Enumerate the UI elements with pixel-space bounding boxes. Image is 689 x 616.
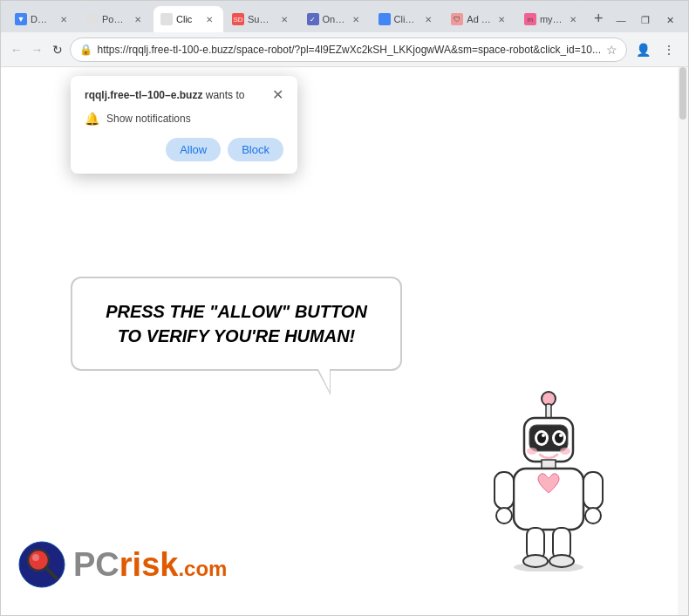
security-icon: 🔒 (79, 44, 92, 56)
back-button[interactable]: ← (8, 38, 25, 62)
refresh-button[interactable]: ↻ (49, 38, 66, 62)
tab-6[interactable]: Click "A... ✕ (372, 6, 443, 32)
tab-8-close[interactable]: ✕ (566, 12, 580, 26)
notification-wants-to: wants to (206, 89, 245, 101)
page-content: rqqlj.free–tl–100–e.buzz wants to ✕ 🔔 Sh… (1, 67, 688, 615)
tab-1-close[interactable]: ✕ (57, 12, 71, 26)
tab-1-label: DOWN! (31, 14, 53, 24)
minimize-button[interactable]: — (610, 11, 632, 29)
menu-icon[interactable]: ⋮ (657, 38, 681, 62)
pcrisk-logo: PCrisk.com (18, 541, 227, 589)
pcrisk-logo-icon (18, 541, 66, 589)
svg-point-10 (559, 434, 563, 437)
tab-7-favicon: 🛡 (451, 13, 463, 25)
tab-4-label: Sugar D... (248, 14, 274, 24)
tab-3[interactable]: Clic ✕ (153, 6, 223, 32)
tab-1-favicon: ▼ (15, 13, 27, 25)
forward-button[interactable]: → (29, 38, 46, 62)
bookmark-star-icon[interactable]: ☆ (606, 43, 617, 57)
notification-title: rqqlj.free–tl–100–e.buzz wants to (85, 88, 244, 103)
tab-5-favicon: ✓ (307, 13, 319, 25)
close-button[interactable]: ✕ (658, 11, 681, 29)
window-controls: — ❐ ✕ (610, 11, 681, 29)
speech-bubble-container: PRESS THE "ALLOW" BUTTON TO VERIFY YOU'R… (71, 277, 402, 371)
tab-7-close[interactable]: ✕ (495, 12, 508, 26)
pcrisk-pc-text: PC (73, 546, 119, 583)
pcrisk-brand-text: PCrisk.com (73, 546, 227, 584)
tab-3-favicon (160, 13, 173, 25)
tab-7-label: Ad Bloc... (467, 14, 491, 24)
tab-4-close[interactable]: ✕ (277, 12, 291, 26)
svg-point-20 (523, 555, 548, 567)
tab-3-close[interactable]: ✕ (202, 12, 216, 26)
svg-point-9 (542, 434, 545, 437)
speech-bubble-text: PRESS THE "ALLOW" BUTTON TO VERIFY YOU'R… (99, 299, 374, 348)
tab-5-label: OneTa... (323, 14, 345, 24)
toolbar-icons: 👤 ⋮ (631, 38, 681, 62)
profile-icon[interactable]: 👤 (631, 38, 655, 62)
notification-popup: rqqlj.free–tl–100–e.buzz wants to ✕ 🔔 Sh… (71, 76, 297, 174)
svg-rect-17 (583, 472, 603, 509)
tab-5-close[interactable]: ✕ (349, 12, 363, 26)
tab-5[interactable]: ✓ OneTa... ✕ (300, 6, 370, 32)
tab-7[interactable]: 🛡 Ad Bloc... ✕ (444, 6, 515, 32)
tab-2-favicon (86, 13, 99, 25)
url-text: https://rqqlj.free-tl-100-e.buzz/space-r… (98, 44, 602, 56)
notification-buttons: Allow Block (85, 138, 283, 161)
svg-point-26 (32, 554, 39, 561)
svg-rect-13 (542, 460, 556, 469)
tab-2[interactable]: Power F... ✕ (79, 6, 152, 32)
tab-1[interactable]: ▼ DOWN! ✕ (8, 6, 78, 32)
browser-window: ▼ DOWN! ✕ Power F... ✕ Clic ✕ SD Sugar D… (0, 0, 689, 616)
tab-6-favicon (379, 13, 391, 25)
notification-header: rqqlj.free–tl–100–e.buzz wants to ✕ (85, 88, 283, 103)
scrollbar-thumb[interactable] (679, 67, 686, 120)
address-bar: ← → ↻ 🔒 https://rqqlj.free-tl-100-e.buzz… (1, 32, 688, 67)
notification-close-button[interactable]: ✕ (272, 88, 283, 102)
tab-2-close[interactable]: ✕ (131, 12, 145, 26)
tab-8[interactable]: m mysexy... ✕ (517, 6, 588, 32)
tab-4-favicon: SD (232, 13, 244, 25)
bell-icon: 🔔 (85, 112, 99, 126)
tab-6-close[interactable]: ✕ (421, 12, 435, 26)
svg-rect-15 (495, 472, 514, 509)
robot-character (479, 388, 618, 563)
notification-permission-text: Show notifications (106, 113, 191, 125)
svg-point-18 (585, 508, 601, 524)
restore-button[interactable]: ❐ (634, 11, 657, 29)
tab-bar: ▼ DOWN! ✕ Power F... ✕ Clic ✕ SD Sugar D… (1, 1, 688, 32)
svg-point-16 (496, 508, 512, 524)
robot-svg (479, 388, 618, 572)
speech-bubble: PRESS THE "ALLOW" BUTTON TO VERIFY YOU'R… (71, 277, 402, 371)
notification-permission: 🔔 Show notifications (85, 112, 283, 126)
scrollbar[interactable] (678, 67, 688, 615)
url-bar[interactable]: 🔒 https://rqqlj.free-tl-100-e.buzz/space… (70, 38, 628, 62)
tab-3-label: Clic (176, 14, 199, 24)
pcrisk-risk-text: risk (119, 546, 179, 583)
tab-2-label: Power F... (102, 14, 127, 24)
tab-4[interactable]: SD Sugar D... ✕ (225, 6, 298, 32)
tab-8-favicon: m (524, 13, 536, 25)
svg-point-12 (560, 448, 570, 455)
notification-domain: rqqlj.free–tl–100–e.buzz (85, 89, 202, 101)
new-tab-button[interactable]: + (589, 6, 608, 31)
tab-8-label: mysexy... (540, 14, 563, 24)
svg-point-22 (549, 555, 574, 567)
allow-button[interactable]: Allow (166, 138, 221, 161)
block-button[interactable]: Block (228, 138, 283, 161)
pcrisk-dotcom-text: .com (178, 557, 227, 580)
tab-6-label: Click "A... (394, 14, 419, 24)
svg-point-11 (527, 448, 537, 455)
